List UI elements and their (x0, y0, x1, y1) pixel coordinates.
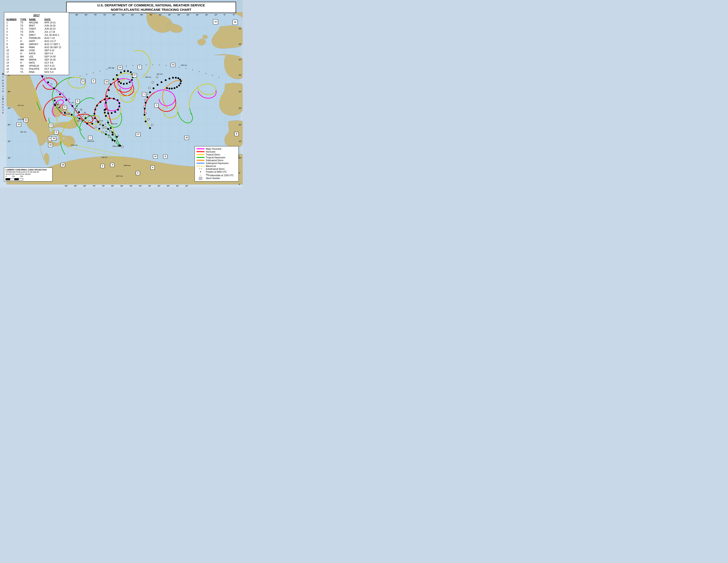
svg-text:24: 24 (99, 124, 101, 126)
svg-text:+: + (146, 64, 147, 66)
svg-text:5: 5 (64, 106, 65, 108)
legend-tropical-depression: Tropical Depression (197, 156, 237, 159)
svg-point-152 (71, 114, 73, 116)
legend-hurricane: Hurricane (197, 150, 237, 153)
svg-text:50°: 50° (139, 185, 142, 187)
table-row: 11 H KATIA SEP 5-9 (6, 52, 67, 55)
legend-tropical-storm: Tropical Storm (197, 153, 237, 156)
svg-point-328 (169, 78, 170, 79)
svg-point-321 (145, 102, 146, 103)
svg-text:4: 4 (112, 164, 113, 166)
svg-text:55°: 55° (130, 185, 133, 187)
svg-text:65°: 65° (113, 14, 116, 16)
svg-point-183 (111, 112, 113, 114)
compass-ns-label: NORTH (2, 80, 4, 93)
svg-point-165 (116, 136, 118, 138)
svg-point-176 (109, 97, 110, 99)
svg-text:22: 22 (105, 130, 107, 132)
svg-text:990 mb: 990 mb (145, 76, 151, 78)
svg-point-174 (99, 101, 101, 103)
svg-text:914 mb: 914 mb (97, 120, 103, 122)
svg-text:17: 17 (133, 74, 136, 76)
svg-text:60°: 60° (120, 185, 124, 187)
svg-point-206 (127, 70, 129, 72)
svg-text:40°: 40° (158, 185, 161, 187)
svg-point-346 (146, 93, 148, 95)
table-row: 7 H GERT AUG 13-17 (6, 39, 67, 43)
legend-major-hurricane-label: Major Hurricane (206, 148, 221, 150)
svg-text:10°: 10° (214, 14, 218, 16)
svg-text:8: 8 (82, 81, 83, 83)
compass-arrow-down: ↓ (2, 94, 4, 98)
svg-text:+: + (205, 72, 206, 75)
svg-text:+: + (106, 68, 107, 71)
svg-text:+: + (165, 64, 167, 67)
svg-point-171 (94, 113, 95, 115)
legend-position-1200-label: ddPosition/date at 1200 UTC (206, 173, 234, 177)
svg-point-211 (129, 81, 131, 83)
legend-extratropical-label: Extratropical Storm (206, 168, 225, 170)
svg-text:35°: 35° (168, 14, 171, 16)
svg-point-144 (69, 102, 71, 104)
col-type: TYPE (20, 18, 29, 21)
svg-text:1000 mb: 1000 mb (87, 140, 94, 142)
projection-scale: SCALE OF NAUTICAL MILES (6, 173, 51, 175)
legend-wave-low-label: Wave/Low (206, 165, 216, 167)
title-line2: NORTH ATLANTIC HURRICANE TRACKING CHART (111, 8, 191, 11)
scale-bar (6, 178, 51, 180)
svg-point-343 (144, 112, 146, 114)
svg-text:25°: 25° (239, 107, 242, 109)
svg-point-202 (113, 78, 114, 80)
svg-text:27: 27 (88, 115, 90, 117)
svg-text:14: 14 (119, 66, 121, 68)
legend-box: Major Hurricane Hurricane Tropical Storm… (195, 146, 239, 181)
svg-text:6: 6 (105, 123, 106, 125)
legend-tropical-depression-line (197, 157, 205, 158)
svg-point-125 (105, 133, 107, 135)
svg-point-317 (149, 127, 151, 129)
projection-parallels: STANDARD PARALLELS AT 30 AND 60 (6, 171, 51, 173)
svg-text:9: 9 (118, 135, 119, 137)
svg-text:15°: 15° (239, 140, 242, 142)
svg-point-167 (107, 128, 109, 130)
legend-hurricane-label: Hurricane (206, 150, 215, 153)
svg-point-145 (63, 96, 65, 98)
svg-point-139 (102, 131, 103, 133)
svg-point-127 (91, 123, 93, 124)
svg-text:6: 6 (49, 137, 51, 140)
svg-text:80°: 80° (85, 14, 88, 16)
legend-extratropical: + + Extratropical Storm (197, 168, 237, 170)
svg-text:35°: 35° (239, 74, 242, 76)
svg-point-146 (57, 90, 59, 92)
projection-box: LAMBERT CONFORMAL CONIC PROJECTION STAND… (4, 167, 53, 181)
svg-point-203 (116, 74, 118, 76)
svg-text:+: + (179, 66, 180, 68)
svg-point-187 (114, 134, 116, 136)
svg-point-147 (50, 83, 52, 85)
legend-subtropical-depression-label: Subtropical Depression (206, 162, 229, 164)
svg-point-142 (82, 115, 84, 116)
svg-point-178 (117, 99, 118, 101)
svg-point-138 (108, 136, 110, 138)
title-line1: U.S. DEPARTMENT OF COMMERCE, NATIONAL WE… (97, 3, 205, 7)
svg-text:8: 8 (165, 155, 166, 157)
table-row: 17 TS RINA NOV 5-9 (6, 70, 67, 73)
svg-text:14: 14 (62, 164, 64, 166)
svg-text:15: 15 (234, 21, 236, 23)
legend-storm-number-label: Storm Number (206, 177, 220, 179)
svg-text:11: 11 (25, 119, 27, 121)
svg-text:+: + (199, 70, 200, 73)
svg-point-163 (57, 105, 59, 107)
compass-south: S (2, 98, 4, 100)
legend-wave-low: Wave/Low (197, 165, 237, 167)
svg-text:962 mb: 962 mb (108, 67, 114, 69)
svg-text:962 mb: 962 mb (111, 123, 117, 125)
svg-point-341 (151, 124, 153, 126)
svg-point-132 (59, 93, 61, 95)
svg-text:20°: 20° (196, 14, 199, 16)
svg-text:75°: 75° (93, 185, 96, 187)
svg-point-181 (117, 109, 119, 111)
title-box: U.S. DEPARTMENT OF COMMERCE, NATIONAL WE… (66, 2, 236, 13)
svg-point-201 (110, 83, 112, 85)
svg-text:2: 2 (137, 172, 138, 174)
